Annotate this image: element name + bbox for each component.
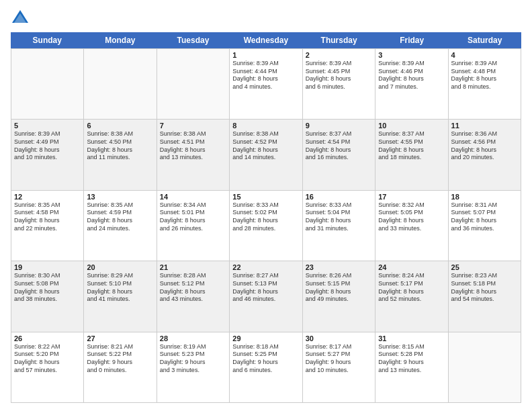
day-number: 5 bbox=[14, 122, 81, 130]
calendar-cell: 24Sunrise: 8:24 AM Sunset: 5:17 PM Dayli… bbox=[375, 261, 448, 332]
cell-info: Sunrise: 8:35 AM Sunset: 4:59 PM Dayligh… bbox=[87, 201, 153, 233]
calendar-cell: 2Sunrise: 8:39 AM Sunset: 4:45 PM Daylig… bbox=[303, 49, 375, 120]
cell-info: Sunrise: 8:26 AM Sunset: 5:15 PM Dayligh… bbox=[306, 272, 372, 304]
cell-info: Sunrise: 8:19 AM Sunset: 5:23 PM Dayligh… bbox=[160, 343, 226, 375]
day-number: 23 bbox=[306, 263, 372, 271]
calendar-cell: 30Sunrise: 8:17 AM Sunset: 5:27 PM Dayli… bbox=[303, 332, 375, 403]
day-number: 13 bbox=[87, 193, 153, 201]
cell-info: Sunrise: 8:39 AM Sunset: 4:44 PM Dayligh… bbox=[232, 60, 299, 91]
header-day-tuesday: Tuesday bbox=[157, 32, 230, 48]
calendar-cell: 26Sunrise: 8:22 AM Sunset: 5:20 PM Dayli… bbox=[11, 332, 84, 403]
day-number: 9 bbox=[306, 122, 372, 130]
day-number: 25 bbox=[451, 263, 518, 271]
day-number: 27 bbox=[87, 334, 153, 342]
header-day-saturday: Saturday bbox=[448, 32, 521, 48]
cell-info: Sunrise: 8:29 AM Sunset: 5:10 PM Dayligh… bbox=[87, 272, 153, 304]
cell-info: Sunrise: 8:17 AM Sunset: 5:27 PM Dayligh… bbox=[306, 343, 372, 375]
day-number: 10 bbox=[378, 122, 445, 130]
day-number: 1 bbox=[232, 51, 299, 59]
cell-info: Sunrise: 8:38 AM Sunset: 4:52 PM Dayligh… bbox=[232, 130, 299, 162]
calendar-cell: 19Sunrise: 8:30 AM Sunset: 5:08 PM Dayli… bbox=[11, 261, 84, 332]
calendar-cell: 7Sunrise: 8:38 AM Sunset: 4:51 PM Daylig… bbox=[157, 120, 230, 190]
calendar-cell: 25Sunrise: 8:23 AM Sunset: 5:18 PM Dayli… bbox=[449, 261, 521, 332]
calendar-cell: 14Sunrise: 8:34 AM Sunset: 5:01 PM Dayli… bbox=[157, 191, 230, 261]
day-number: 21 bbox=[160, 263, 226, 271]
header-day-sunday: Sunday bbox=[11, 32, 84, 48]
day-number: 30 bbox=[306, 334, 372, 342]
calendar-cell: 8Sunrise: 8:38 AM Sunset: 4:52 PM Daylig… bbox=[230, 120, 302, 190]
calendar-cell bbox=[449, 332, 521, 403]
cell-info: Sunrise: 8:30 AM Sunset: 5:08 PM Dayligh… bbox=[14, 272, 81, 304]
day-number: 4 bbox=[451, 51, 518, 59]
day-number: 29 bbox=[232, 334, 299, 342]
calendar-row-1: 1Sunrise: 8:39 AM Sunset: 4:44 PM Daylig… bbox=[11, 49, 521, 120]
cell-info: Sunrise: 8:37 AM Sunset: 4:55 PM Dayligh… bbox=[378, 130, 445, 162]
calendar-cell bbox=[157, 49, 230, 120]
header-day-friday: Friday bbox=[375, 32, 449, 48]
calendar-cell: 13Sunrise: 8:35 AM Sunset: 4:59 PM Dayli… bbox=[84, 191, 157, 261]
calendar-cell: 16Sunrise: 8:33 AM Sunset: 5:04 PM Dayli… bbox=[303, 191, 375, 261]
calendar-cell: 17Sunrise: 8:32 AM Sunset: 5:05 PM Dayli… bbox=[375, 191, 448, 261]
calendar-cell: 6Sunrise: 8:38 AM Sunset: 4:50 PM Daylig… bbox=[84, 120, 157, 190]
day-number: 6 bbox=[87, 122, 153, 130]
calendar-cell: 23Sunrise: 8:26 AM Sunset: 5:15 PM Dayli… bbox=[303, 261, 375, 332]
day-number: 8 bbox=[232, 122, 299, 130]
cell-info: Sunrise: 8:36 AM Sunset: 4:56 PM Dayligh… bbox=[451, 130, 518, 162]
cell-info: Sunrise: 8:32 AM Sunset: 5:05 PM Dayligh… bbox=[378, 201, 445, 233]
calendar-cell: 15Sunrise: 8:33 AM Sunset: 5:02 PM Dayli… bbox=[230, 191, 302, 261]
header-day-wednesday: Wednesday bbox=[230, 32, 303, 48]
day-number: 20 bbox=[87, 263, 153, 271]
calendar-cell: 29Sunrise: 8:18 AM Sunset: 5:25 PM Dayli… bbox=[230, 332, 302, 403]
calendar-cell: 4Sunrise: 8:39 AM Sunset: 4:48 PM Daylig… bbox=[449, 49, 521, 120]
calendar-cell: 27Sunrise: 8:21 AM Sunset: 5:22 PM Dayli… bbox=[84, 332, 157, 403]
day-number: 22 bbox=[232, 263, 299, 271]
calendar-cell: 9Sunrise: 8:37 AM Sunset: 4:54 PM Daylig… bbox=[303, 120, 375, 190]
cell-info: Sunrise: 8:39 AM Sunset: 4:48 PM Dayligh… bbox=[451, 60, 518, 91]
cell-info: Sunrise: 8:38 AM Sunset: 4:51 PM Dayligh… bbox=[160, 130, 226, 162]
header bbox=[11, 8, 521, 27]
calendar-cell: 31Sunrise: 8:15 AM Sunset: 5:28 PM Dayli… bbox=[375, 332, 448, 403]
cell-info: Sunrise: 8:33 AM Sunset: 5:04 PM Dayligh… bbox=[306, 201, 372, 233]
cell-info: Sunrise: 8:39 AM Sunset: 4:49 PM Dayligh… bbox=[14, 130, 81, 162]
calendar-cell: 11Sunrise: 8:36 AM Sunset: 4:56 PM Dayli… bbox=[449, 120, 521, 190]
cell-info: Sunrise: 8:18 AM Sunset: 5:25 PM Dayligh… bbox=[232, 343, 299, 375]
calendar-cell: 18Sunrise: 8:31 AM Sunset: 5:07 PM Dayli… bbox=[449, 191, 521, 261]
day-number: 2 bbox=[306, 51, 372, 59]
day-number: 18 bbox=[451, 193, 518, 201]
calendar-row-4: 19Sunrise: 8:30 AM Sunset: 5:08 PM Dayli… bbox=[11, 261, 521, 332]
cell-info: Sunrise: 8:27 AM Sunset: 5:13 PM Dayligh… bbox=[232, 272, 299, 304]
calendar-cell bbox=[84, 49, 157, 120]
cell-info: Sunrise: 8:22 AM Sunset: 5:20 PM Dayligh… bbox=[14, 343, 81, 375]
calendar-cell: 21Sunrise: 8:28 AM Sunset: 5:12 PM Dayli… bbox=[157, 261, 230, 332]
cell-info: Sunrise: 8:37 AM Sunset: 4:54 PM Dayligh… bbox=[306, 130, 372, 162]
calendar-row-3: 12Sunrise: 8:35 AM Sunset: 4:58 PM Dayli… bbox=[11, 191, 521, 261]
day-number: 26 bbox=[14, 334, 81, 342]
calendar-cell: 22Sunrise: 8:27 AM Sunset: 5:13 PM Dayli… bbox=[230, 261, 302, 332]
day-number: 7 bbox=[160, 122, 226, 130]
logo bbox=[11, 8, 32, 27]
calendar-cell: 5Sunrise: 8:39 AM Sunset: 4:49 PM Daylig… bbox=[11, 120, 84, 190]
day-number: 15 bbox=[232, 193, 299, 201]
cell-info: Sunrise: 8:35 AM Sunset: 4:58 PM Dayligh… bbox=[14, 201, 81, 233]
header-day-thursday: Thursday bbox=[302, 32, 375, 48]
day-number: 17 bbox=[378, 193, 445, 201]
page: SundayMondayTuesdayWednesdayThursdayFrid… bbox=[0, 0, 532, 411]
calendar-header: SundayMondayTuesdayWednesdayThursdayFrid… bbox=[11, 32, 521, 48]
day-number: 31 bbox=[378, 334, 445, 342]
day-number: 12 bbox=[14, 193, 81, 201]
logo-icon bbox=[11, 8, 30, 27]
day-number: 14 bbox=[160, 193, 226, 201]
calendar-row-5: 26Sunrise: 8:22 AM Sunset: 5:20 PM Dayli… bbox=[11, 332, 521, 403]
cell-info: Sunrise: 8:33 AM Sunset: 5:02 PM Dayligh… bbox=[232, 201, 299, 233]
calendar-row-2: 5Sunrise: 8:39 AM Sunset: 4:49 PM Daylig… bbox=[11, 120, 521, 190]
calendar: SundayMondayTuesdayWednesdayThursdayFrid… bbox=[11, 32, 521, 403]
cell-info: Sunrise: 8:21 AM Sunset: 5:22 PM Dayligh… bbox=[87, 343, 153, 375]
cell-info: Sunrise: 8:28 AM Sunset: 5:12 PM Dayligh… bbox=[160, 272, 226, 304]
calendar-cell: 3Sunrise: 8:39 AM Sunset: 4:46 PM Daylig… bbox=[375, 49, 448, 120]
day-number: 19 bbox=[14, 263, 81, 271]
calendar-cell: 12Sunrise: 8:35 AM Sunset: 4:58 PM Dayli… bbox=[11, 191, 84, 261]
day-number: 24 bbox=[378, 263, 445, 271]
calendar-cell bbox=[11, 49, 84, 120]
calendar-cell: 20Sunrise: 8:29 AM Sunset: 5:10 PM Dayli… bbox=[84, 261, 157, 332]
cell-info: Sunrise: 8:39 AM Sunset: 4:45 PM Dayligh… bbox=[306, 60, 372, 91]
